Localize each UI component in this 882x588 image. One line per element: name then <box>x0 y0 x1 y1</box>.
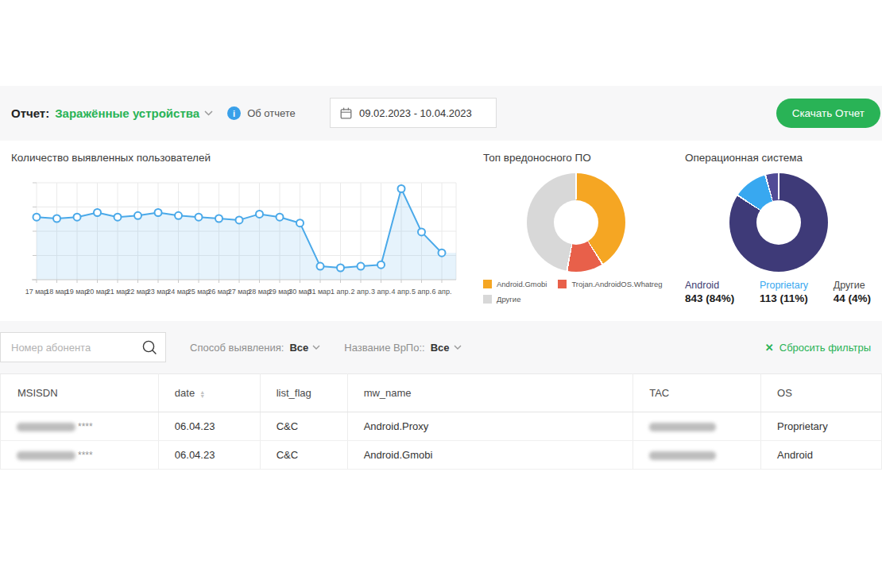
download-report-button[interactable]: Скачать Отчет <box>776 99 880 128</box>
report-header: Отчет: Заражённые устройства i Об отчете… <box>0 86 882 141</box>
legend-item: Другие <box>483 295 520 304</box>
cell-os: Proprietary <box>761 412 882 441</box>
infected-devices-report-page: Отчет: Заражённые устройства i Об отчете… <box>0 0 882 588</box>
charts-card: Количество выявленных пользователей 17 м… <box>0 141 882 321</box>
column-header-date-label: date <box>175 387 195 399</box>
chevron-down-icon <box>454 345 462 350</box>
svg-text:29 мар: 29 мар <box>269 288 292 296</box>
os-stat: Android843 (84%) <box>685 280 734 304</box>
report-select[interactable]: Заражённые устройства <box>55 106 213 120</box>
svg-text:2 апр.: 2 апр. <box>351 288 371 296</box>
svg-text:3 апр.: 3 апр. <box>371 288 391 296</box>
os-stat-value: 113 (11%) <box>760 292 808 304</box>
donut-hole <box>554 200 598 245</box>
svg-text:28 мар: 28 мар <box>248 288 271 296</box>
table-row: ****06.04.23C&CAndroid.GmobiAndroid <box>1 441 882 470</box>
detection-filter-value: Все <box>289 342 308 354</box>
os-stat-label: Android <box>685 280 734 291</box>
about-report-link[interactable]: Об отчете <box>247 107 296 119</box>
malware-filter-select[interactable]: Все <box>431 342 462 354</box>
donut-hole <box>756 200 801 245</box>
os-stat-label: Proprietary <box>760 280 808 291</box>
legend-swatch <box>558 280 567 288</box>
column-header-msisdn: MSISDN <box>1 374 159 412</box>
cell-mw-name: Android.Gmobi <box>347 441 633 470</box>
report-name: Заражённые устройства <box>55 106 199 120</box>
search-input[interactable] <box>1 333 165 362</box>
malware-donut-chart <box>527 173 625 272</box>
legend-label: Trojan.AndroidOS.Whatreg <box>571 280 662 288</box>
svg-text:21 мар: 21 мар <box>106 288 130 296</box>
cell-os: Android <box>761 441 882 470</box>
cell-date: 06.04.23 <box>158 412 260 441</box>
os-donut-section: Операционная система Android843 (84%)Pro… <box>675 152 882 321</box>
line-chart: 17 мар18 мар19 мар20 мар21 мар22 мар23 м… <box>0 175 477 311</box>
legend-label: Android.Gmobi <box>497 280 547 288</box>
malware-legend: Android.GmobiTrojan.AndroidOS.WhatregДру… <box>477 272 675 304</box>
os-stat-value: 44 (4%) <box>834 292 871 304</box>
table-header-row: MSISDN date▲▼ list_flag mw_name TAC OS <box>1 374 882 412</box>
search-box[interactable] <box>0 332 166 362</box>
legend-label: Другие <box>497 295 520 304</box>
msisdn-mask-suffix: **** <box>78 421 93 432</box>
malware-chart-title: Топ вредоносного ПО <box>477 152 675 164</box>
blurred-msisdn <box>17 423 75 431</box>
results-table: MSISDN date▲▼ list_flag mw_name TAC OS *… <box>0 373 882 470</box>
search-icon[interactable] <box>141 339 158 356</box>
svg-text:18 мар: 18 мар <box>45 288 68 296</box>
cell-tac <box>633 441 761 470</box>
column-header-tac: TAC <box>633 374 761 412</box>
reset-filters-button[interactable]: ✕ Сбросить фильтры <box>765 342 871 354</box>
reset-filters-label: Сбросить фильтры <box>779 342 871 354</box>
legend-swatch <box>483 280 492 288</box>
cell-msisdn: **** <box>1 441 159 470</box>
blurred-tac <box>649 451 716 460</box>
cell-mw-name: Android.Proxy <box>347 412 633 441</box>
line-chart-svg: 17 мар18 мар19 мар20 мар21 мар22 мар23 м… <box>21 175 466 311</box>
svg-text:27 мар: 27 мар <box>228 288 251 296</box>
cell-tac <box>633 412 761 441</box>
close-icon: ✕ <box>765 342 774 354</box>
svg-text:20 мар: 20 мар <box>86 288 109 296</box>
svg-text:5 апр.: 5 апр. <box>412 288 431 296</box>
os-stats: Android843 (84%)Proprietary113 (11%)Друг… <box>675 272 882 304</box>
filter-bar: Способ выявления: Все Название ВрПо:: Вс… <box>0 321 882 373</box>
column-header-mw-name: mw_name <box>347 374 633 412</box>
cell-list-flag: C&C <box>260 412 347 441</box>
column-header-os: OS <box>761 374 882 412</box>
svg-text:31 мар.: 31 мар. <box>308 288 332 296</box>
sort-icon[interactable]: ▲▼ <box>199 390 205 398</box>
svg-text:6 апр.: 6 апр. <box>432 288 452 296</box>
report-label: Отчет: <box>11 106 49 120</box>
line-chart-title: Количество выявленных пользователей <box>0 152 477 164</box>
date-range-picker[interactable]: 09.02.2023 - 10.04.2023 <box>330 98 497 128</box>
chevron-down-icon <box>312 345 320 350</box>
os-stat: Другие44 (4%) <box>834 280 871 304</box>
legend-swatch <box>483 295 492 304</box>
malware-filter-label: Название ВрПо:: <box>344 342 424 354</box>
calendar-icon <box>340 107 352 119</box>
column-header-date[interactable]: date▲▼ <box>158 374 260 412</box>
chevron-down-icon <box>204 110 213 116</box>
svg-text:26 мар: 26 мар <box>207 288 230 296</box>
malware-filter-value: Все <box>431 342 450 354</box>
legend-item: Trojan.AndroidOS.Whatreg <box>558 280 662 288</box>
svg-text:17 мар: 17 мар <box>25 288 48 296</box>
os-chart-title: Операционная система <box>675 152 882 164</box>
os-stat-label: Другие <box>834 280 871 291</box>
cell-msisdn: **** <box>1 412 159 441</box>
detection-filter-select[interactable]: Все <box>289 342 320 354</box>
svg-text:1 апр.: 1 апр. <box>331 288 350 296</box>
os-stat-value: 843 (84%) <box>685 292 734 304</box>
blurred-msisdn <box>17 451 75 460</box>
info-icon[interactable]: i <box>227 106 241 120</box>
svg-text:4 апр.: 4 апр. <box>392 288 412 296</box>
svg-text:19 мар: 19 мар <box>66 288 89 296</box>
top-spacer <box>0 0 882 86</box>
msisdn-mask-suffix: **** <box>78 450 93 461</box>
malware-filter: Название ВрПо:: Все <box>344 342 461 354</box>
cell-list-flag: C&C <box>260 441 347 470</box>
blurred-tac <box>649 423 716 431</box>
detection-filter-label: Способ выявления: <box>190 342 284 354</box>
column-header-list-flag: list_flag <box>260 374 347 412</box>
